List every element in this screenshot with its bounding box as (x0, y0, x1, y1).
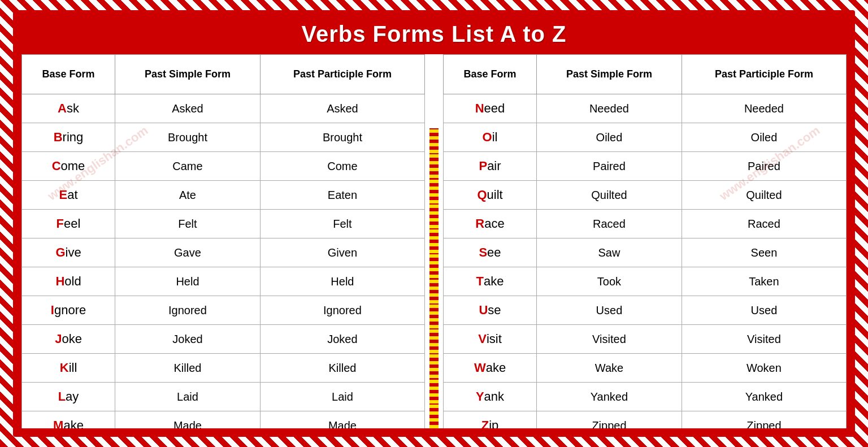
past-participle-cell: Given (260, 238, 424, 267)
left-table-section: Base Form Past Simple Form Past Particip… (21, 54, 425, 428)
base-form-cell: Visit (444, 325, 537, 354)
past-participle-cell: Woken (682, 354, 846, 383)
table-row: Bring Brought Brought (22, 123, 425, 152)
left-header-base: Base Form (22, 55, 115, 94)
past-simple-cell: Wake (537, 354, 682, 383)
divider-header (429, 94, 439, 128)
past-simple-cell: Felt (115, 210, 261, 238)
letter-initial: G (55, 245, 65, 259)
divider-stripe (429, 403, 439, 428)
right-header-base: Base Form (444, 55, 537, 94)
divider-stripe (429, 278, 439, 303)
title-bar: Verbs Forms List A to Z (20, 17, 848, 53)
letter-initial: Q (477, 188, 487, 202)
base-form-cell: See (444, 238, 537, 267)
table-row: Come Came Come (22, 152, 425, 181)
letter-initial: N (475, 101, 484, 115)
letter-initial: M (53, 418, 63, 430)
base-form-cell: Quilt (444, 181, 537, 210)
divider-stripe (429, 353, 439, 378)
divider-stripe (429, 203, 439, 228)
base-form-cell: Yank (444, 383, 537, 411)
past-simple-cell: Asked (115, 94, 261, 123)
past-simple-cell: Used (537, 296, 682, 325)
letter-initial: B (54, 130, 63, 144)
past-participle-cell: Felt (260, 210, 424, 238)
letter-initial: K (60, 361, 69, 375)
table-row: Need Needed Needed (444, 94, 847, 123)
table-row: Kill Killed Killed (22, 354, 425, 383)
past-participle-cell: Oiled (682, 123, 846, 152)
past-simple-cell: Joked (115, 325, 261, 354)
letter-initial: I (51, 303, 54, 317)
letter-initial: A (58, 101, 67, 115)
past-simple-cell: Came (115, 152, 261, 181)
past-participle-cell: Quilted (682, 181, 846, 210)
letter-initial: O (483, 130, 492, 144)
left-header-past-participle: Past Participle Form (260, 55, 424, 94)
letter-initial: C (52, 159, 61, 173)
past-participle-cell: Seen (682, 238, 846, 267)
base-form-cell: Bring (22, 123, 115, 152)
divider-stripe (429, 378, 439, 403)
past-simple-cell: Yanked (537, 383, 682, 411)
base-form-cell: Eat (22, 181, 115, 210)
divider-stripe (429, 128, 439, 153)
base-form-cell: Need (444, 94, 537, 123)
base-form-cell: Oil (444, 123, 537, 152)
divider-stripe (429, 153, 439, 178)
past-participle-cell: Brought (260, 123, 424, 152)
divider-stripe (429, 178, 439, 203)
table-row: Use Used Used (444, 296, 847, 325)
past-participle-cell: Eaten (260, 181, 424, 210)
past-simple-cell: Zipped (537, 411, 682, 431)
table-row: Race Raced Raced (444, 210, 847, 238)
past-simple-cell: Saw (537, 238, 682, 267)
right-verb-table: Base Form Past Simple Form Past Particip… (443, 54, 847, 430)
table-row: See Saw Seen (444, 238, 847, 267)
base-form-cell: Race (444, 210, 537, 238)
table-row: Feel Felt Felt (22, 210, 425, 238)
table-divider (425, 54, 443, 428)
base-form-cell: Make (22, 411, 115, 431)
divider-stripe (429, 303, 439, 328)
table-row: Wake Wake Woken (444, 354, 847, 383)
table-row: Eat Ate Eaten (22, 181, 425, 210)
base-form-cell: Take (444, 267, 537, 296)
past-participle-cell: Asked (260, 94, 424, 123)
letter-initial: F (57, 216, 64, 231)
table-row: Visit Visited Visited (444, 325, 847, 354)
base-form-cell: Kill (22, 354, 115, 383)
base-form-cell: Pair (444, 152, 537, 181)
past-participle-cell: Taken (682, 267, 846, 296)
letter-initial: H (55, 274, 64, 288)
past-participle-cell: Killed (260, 354, 424, 383)
table-row: Quilt Quilted Quilted (444, 181, 847, 210)
past-simple-cell: Ignored (115, 296, 261, 325)
base-form-cell: Hold (22, 267, 115, 296)
base-form-cell: Wake (444, 354, 537, 383)
past-participle-cell: Laid (260, 383, 424, 411)
table-row: Make Made Made (22, 411, 425, 431)
table-row: Lay Laid Laid (22, 383, 425, 411)
left-verb-table: Base Form Past Simple Form Past Particip… (21, 54, 425, 430)
past-participle-cell: Paired (682, 152, 846, 181)
past-participle-cell: Yanked (682, 383, 846, 411)
left-header-past-simple: Past Simple Form (115, 55, 261, 94)
table-row: Give Gave Given (22, 238, 425, 267)
content-area: www.englishan.com www.englishan.com Base… (20, 53, 848, 430)
letter-initial: Y (476, 389, 484, 403)
base-form-cell: Give (22, 238, 115, 267)
past-simple-cell: Made (115, 411, 261, 431)
letter-initial: R (475, 216, 484, 231)
past-participle-cell: Ignored (260, 296, 424, 325)
past-participle-cell: Raced (682, 210, 846, 238)
past-participle-cell: Needed (682, 94, 846, 123)
letter-initial: S (479, 245, 487, 259)
right-header-past-participle: Past Participle Form (682, 55, 846, 94)
letter-initial: T (476, 274, 484, 288)
past-simple-cell: Ate (115, 181, 261, 210)
past-participle-cell: Held (260, 267, 424, 296)
past-simple-cell: Held (115, 267, 261, 296)
past-simple-cell: Quilted (537, 181, 682, 210)
